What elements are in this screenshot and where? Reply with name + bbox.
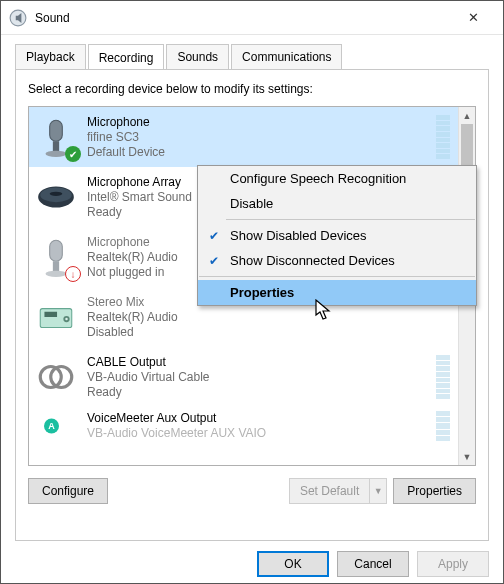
microphone-array-icon bbox=[35, 176, 77, 218]
scroll-up-button[interactable]: ▲ bbox=[459, 107, 475, 124]
scroll-down-button[interactable]: ▼ bbox=[459, 448, 475, 465]
window-close-button[interactable]: ✕ bbox=[451, 4, 495, 32]
tab-sounds[interactable]: Sounds bbox=[166, 44, 229, 70]
context-configure-speech[interactable]: Configure Speech Recognition bbox=[198, 166, 476, 191]
device-item[interactable]: ✔ Microphone fifine SC3 Default Device bbox=[29, 107, 458, 167]
tab-strip: Playback Recording Sounds Communications bbox=[1, 35, 503, 69]
dialog-button-row: OK Cancel Apply bbox=[1, 551, 503, 584]
level-meter bbox=[436, 355, 450, 399]
titlebar: Sound ✕ bbox=[1, 1, 503, 35]
cancel-button[interactable]: Cancel bbox=[337, 551, 409, 577]
context-disable[interactable]: Disable bbox=[198, 191, 476, 216]
voicemeeter-icon: A bbox=[35, 411, 77, 441]
svg-point-3 bbox=[46, 151, 67, 157]
svg-text:A: A bbox=[48, 421, 55, 431]
context-properties[interactable]: Properties bbox=[198, 280, 476, 305]
device-item[interactable]: A VoiceMeeter Aux Output VB-Audio VoiceM… bbox=[29, 407, 458, 445]
device-name: CABLE Output bbox=[87, 355, 426, 370]
set-default-button: Set Default bbox=[289, 478, 369, 504]
svg-point-9 bbox=[46, 271, 67, 277]
tab-playback[interactable]: Playback bbox=[15, 44, 86, 70]
level-meter bbox=[436, 411, 450, 441]
svg-rect-2 bbox=[53, 141, 59, 152]
device-name: Microphone bbox=[87, 115, 426, 130]
chevron-down-icon: ▼ bbox=[463, 452, 472, 462]
set-default-split-button: Set Default ▼ bbox=[289, 478, 387, 504]
check-icon: ✔ bbox=[204, 229, 224, 243]
svg-rect-7 bbox=[50, 240, 63, 261]
apply-button: Apply bbox=[417, 551, 489, 577]
sound-app-icon bbox=[9, 9, 27, 27]
svg-point-13 bbox=[65, 318, 68, 321]
microphone-icon: ✔ bbox=[35, 116, 77, 158]
svg-rect-1 bbox=[50, 120, 63, 141]
default-badge-icon: ✔ bbox=[65, 146, 81, 162]
properties-button[interactable]: Properties bbox=[393, 478, 476, 504]
window-title: Sound bbox=[35, 11, 70, 25]
panel-button-row: Configure Set Default ▼ Properties bbox=[28, 478, 476, 504]
context-show-disconnected[interactable]: ✔Show Disconnected Devices bbox=[198, 248, 476, 273]
stereo-mix-icon bbox=[35, 296, 77, 338]
level-meter bbox=[436, 115, 450, 159]
tab-communications[interactable]: Communications bbox=[231, 44, 342, 70]
device-sub: VB-Audio VoiceMeeter AUX VAIO bbox=[87, 426, 426, 441]
device-sub: Realtek(R) Audio bbox=[87, 310, 452, 325]
svg-rect-11 bbox=[44, 312, 57, 317]
device-status: Ready bbox=[87, 385, 426, 400]
svg-point-6 bbox=[50, 192, 63, 196]
svg-rect-8 bbox=[53, 261, 59, 272]
context-separator bbox=[226, 219, 475, 220]
device-item[interactable]: CABLE Output VB-Audio Virtual Cable Read… bbox=[29, 347, 458, 407]
chevron-up-icon: ▲ bbox=[463, 111, 472, 121]
device-name: VoiceMeeter Aux Output bbox=[87, 411, 426, 426]
context-show-disabled[interactable]: ✔Show Disabled Devices bbox=[198, 223, 476, 248]
context-menu[interactable]: Configure Speech Recognition Disable ✔Sh… bbox=[197, 165, 477, 306]
chevron-down-icon: ▼ bbox=[374, 486, 383, 496]
cable-output-icon bbox=[35, 356, 77, 398]
context-separator bbox=[199, 276, 475, 277]
microphone-icon: ↓ bbox=[35, 236, 77, 278]
set-default-dropdown: ▼ bbox=[369, 478, 387, 504]
tab-recording[interactable]: Recording bbox=[88, 44, 165, 70]
configure-button[interactable]: Configure bbox=[28, 478, 108, 504]
device-sub: fifine SC3 bbox=[87, 130, 426, 145]
instruction-text: Select a recording device below to modif… bbox=[28, 82, 476, 96]
device-sub: VB-Audio Virtual Cable bbox=[87, 370, 426, 385]
unplugged-badge-icon: ↓ bbox=[65, 266, 81, 282]
check-icon: ✔ bbox=[204, 254, 224, 268]
ok-button[interactable]: OK bbox=[257, 551, 329, 577]
device-status: Default Device bbox=[87, 145, 426, 160]
device-status: Disabled bbox=[87, 325, 452, 340]
close-icon: ✕ bbox=[468, 10, 479, 25]
